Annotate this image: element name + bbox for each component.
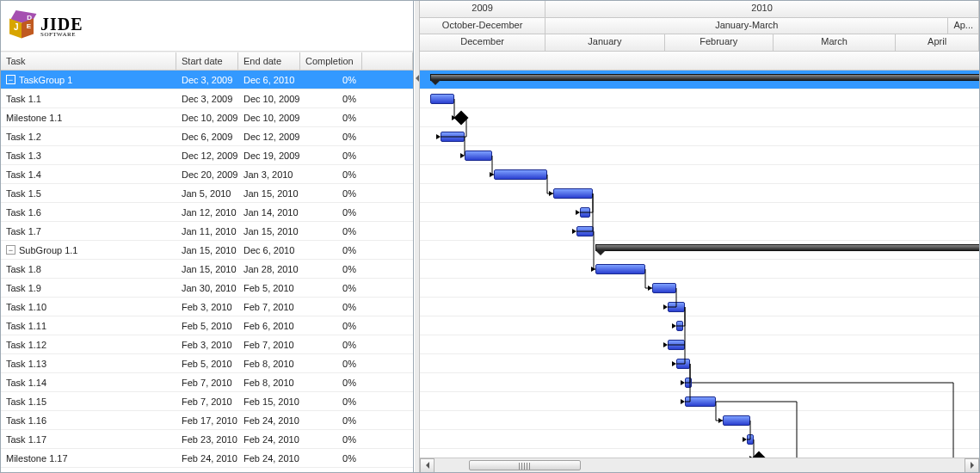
table-row[interactable]: Task 1.5Jan 5, 2010Jan 15, 20100% <box>1 184 413 203</box>
years[interactable]: 2009 <box>420 1 545 17</box>
scroll-track[interactable] <box>435 458 965 473</box>
task-bar[interactable] <box>685 378 692 388</box>
scroll-right-button[interactable] <box>965 458 979 473</box>
collapse-toggle[interactable]: − <box>6 75 15 84</box>
years[interactable]: 2010 <box>545 1 979 17</box>
task-bar[interactable] <box>747 434 754 445</box>
table-row[interactable]: Task 1.4Dec 20, 2009Jan 3, 20100% <box>1 165 413 184</box>
col-end-date[interactable]: End date <box>238 52 300 70</box>
months[interactable]: February <box>665 34 774 51</box>
table-row[interactable]: Task 1.7Jan 11, 2010Jan 15, 20100% <box>1 222 413 241</box>
task-bar[interactable] <box>676 321 683 331</box>
months[interactable]: December <box>420 34 545 51</box>
table-row[interactable]: Task 1.1Dec 3, 2009Dec 10, 20090% <box>1 89 413 108</box>
start-date: Dec 10, 2009 <box>176 108 238 126</box>
horizontal-scrollbar[interactable] <box>420 458 979 472</box>
gantt-row[interactable] <box>420 89 979 108</box>
completion: 0% <box>300 335 362 353</box>
task-bar[interactable] <box>668 340 685 350</box>
table-row[interactable]: Task 1.16Feb 17, 2010Feb 24, 20100% <box>1 411 413 430</box>
gantt-row[interactable] <box>420 411 979 430</box>
gantt-row[interactable] <box>420 354 979 373</box>
table-row[interactable]: Task 1.9Jan 30, 2010Feb 5, 20100% <box>1 279 413 298</box>
gantt-row[interactable] <box>420 184 979 203</box>
task-bar[interactable] <box>668 302 685 312</box>
gantt-row[interactable] <box>420 222 979 241</box>
gantt-row[interactable] <box>420 279 979 298</box>
table-header[interactable]: Task Start date End date Completion <box>1 52 413 71</box>
task-bar[interactable] <box>580 207 590 218</box>
task-bar[interactable] <box>576 226 594 236</box>
gantt-row[interactable] <box>420 430 979 449</box>
task-bar[interactable] <box>430 94 454 104</box>
gantt-row[interactable] <box>420 108 979 127</box>
table-row[interactable]: Task 1.13Feb 5, 2010Feb 8, 20100% <box>1 354 413 373</box>
table-row[interactable]: Task 1.6Jan 12, 2010Jan 14, 20100% <box>1 203 413 222</box>
gantt-row[interactable] <box>420 71 979 89</box>
table-body[interactable]: −TaskGroup 1Dec 3, 2009Dec 6, 20100%Task… <box>1 71 413 472</box>
task-name: Task 1.14 <box>6 373 46 391</box>
group-bar[interactable] <box>430 74 979 81</box>
group-bar[interactable] <box>595 244 979 251</box>
col-completion[interactable]: Completion <box>300 52 362 70</box>
gantt-row[interactable] <box>420 127 979 146</box>
months[interactable]: January <box>545 34 664 51</box>
table-row[interactable]: Task 1.10Feb 3, 2010Feb 7, 20100% <box>1 298 413 316</box>
scroll-left-button[interactable] <box>420 458 435 473</box>
task-name: TaskGroup 1 <box>19 71 72 89</box>
task-bar[interactable] <box>676 359 690 369</box>
logo: J D E JIDE SOFTWARE <box>1 1 413 52</box>
gantt-row[interactable] <box>420 373 979 392</box>
quarters[interactable]: Ap... <box>948 18 979 34</box>
gantt-row[interactable] <box>420 260 979 279</box>
timeline-header[interactable]: 20092010October-DecemberJanuary-MarchAp.… <box>420 1 979 52</box>
brand-name: JIDE SOFTWARE <box>40 15 83 38</box>
quarters[interactable]: October-December <box>420 18 545 34</box>
table-row[interactable]: Milestone 1.1Dec 10, 2009Dec 10, 20090% <box>1 108 413 127</box>
scroll-thumb[interactable] <box>469 460 581 470</box>
end-date: Dec 10, 2009 <box>238 89 300 108</box>
task-bar[interactable] <box>652 283 676 293</box>
quarters[interactable]: January-March <box>545 18 948 34</box>
table-row[interactable]: Task 1.17Feb 23, 2010Feb 24, 20100% <box>1 430 413 449</box>
gantt-row[interactable] <box>420 165 979 184</box>
gantt-chart[interactable] <box>420 71 979 472</box>
table-row[interactable]: Task 1.15Feb 7, 2010Feb 15, 20100% <box>1 392 413 411</box>
task-bar[interactable] <box>465 150 492 161</box>
end-date: Feb 24, 2010 <box>238 449 300 467</box>
gantt-row[interactable] <box>420 316 979 335</box>
col-task[interactable]: Task <box>1 52 176 70</box>
end-date: Feb 8, 2010 <box>238 373 300 391</box>
task-bar[interactable] <box>494 169 547 180</box>
gantt-row[interactable] <box>420 335 979 354</box>
table-row[interactable]: Task 1.18Feb 24, 2010Mar 1, 20100% <box>1 468 413 472</box>
table-row[interactable]: −SubGroup 1.1Jan 15, 2010Dec 6, 20100% <box>1 241 413 260</box>
splitter-collapse-icon[interactable] <box>416 75 419 82</box>
gantt-row[interactable] <box>420 392 979 411</box>
task-bar[interactable] <box>723 415 750 426</box>
table-row[interactable]: −TaskGroup 1Dec 3, 2009Dec 6, 20100% <box>1 71 413 89</box>
splitter[interactable] <box>414 1 420 472</box>
table-row[interactable]: Task 1.3Dec 12, 2009Dec 19, 20090% <box>1 146 413 165</box>
months[interactable]: March <box>774 34 896 51</box>
col-start-date[interactable]: Start date <box>176 52 238 70</box>
months[interactable]: April <box>896 34 979 51</box>
task-bar[interactable] <box>553 188 593 199</box>
table-row[interactable]: Task 1.8Jan 15, 2010Jan 28, 20100% <box>1 260 413 279</box>
gantt-row[interactable] <box>420 241 979 260</box>
gantt-row[interactable] <box>420 146 979 165</box>
table-row[interactable]: Task 1.14Feb 7, 2010Feb 8, 20100% <box>1 373 413 392</box>
gantt-row[interactable] <box>420 203 979 222</box>
collapse-toggle[interactable]: − <box>6 245 15 255</box>
table-row[interactable]: Milestone 1.17Feb 24, 2010Feb 24, 20100% <box>1 449 413 468</box>
task-bar[interactable] <box>685 396 716 407</box>
task-bar[interactable] <box>441 132 465 142</box>
table-row[interactable]: Task 1.12Feb 3, 2010Feb 7, 20100% <box>1 335 413 354</box>
gantt-row[interactable] <box>420 298 979 316</box>
table-row[interactable]: Task 1.11Feb 5, 2010Feb 6, 20100% <box>1 316 413 335</box>
task-bar[interactable] <box>595 264 645 274</box>
task-name: Task 1.10 <box>6 298 46 316</box>
end-date: Feb 24, 2010 <box>238 411 300 429</box>
milestone-diamond-icon[interactable] <box>454 111 469 126</box>
table-row[interactable]: Task 1.2Dec 6, 2009Dec 12, 20090% <box>1 127 413 146</box>
